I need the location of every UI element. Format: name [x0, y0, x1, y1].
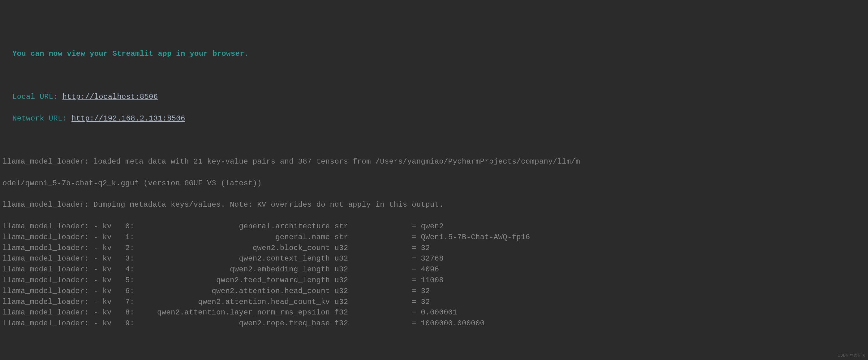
kv-entry: llama_model_loader: - kv 3: qwen2.contex… — [2, 253, 866, 264]
streamlit-banner: You can now view your Streamlit app in y… — [2, 49, 866, 59]
kv-entry: llama_model_loader: - kv 5: qwen2.feed_f… — [2, 275, 866, 286]
blank-line — [2, 70, 866, 81]
kv-entry: llama_model_loader: - kv 8: qwen2.attent… — [2, 307, 866, 318]
local-url-label: Local URL: — [2, 93, 62, 101]
local-url-link[interactable]: http://localhost:8506 — [62, 93, 158, 101]
blank-line — [2, 135, 866, 146]
log-dump-line: llama_model_loader: Dumping metadata key… — [2, 199, 866, 210]
network-url-line: Network URL: http://192.168.2.131:8506 — [2, 113, 866, 124]
network-url-link[interactable]: http://192.168.2.131:8506 — [71, 114, 185, 123]
log-meta-line2: odel/qwen1_5-7b-chat-q2_k.gguf (version … — [2, 178, 866, 189]
kv-entry: llama_model_loader: - kv 6: qwen2.attent… — [2, 286, 866, 297]
kv-entry: llama_model_loader: - kv 7: qwen2.attent… — [2, 297, 866, 308]
kv-entry: llama_model_loader: - kv 2: qwen2.block_… — [2, 243, 866, 254]
kv-list: llama_model_loader: - kv 0: general.arch… — [2, 221, 866, 329]
kv-entry: llama_model_loader: - kv 9: qwen2.rope.f… — [2, 318, 866, 329]
kv-entry: llama_model_loader: - kv 4: qwen2.embedd… — [2, 264, 866, 275]
log-meta-line: llama_model_loader: loaded meta data wit… — [2, 157, 866, 167]
kv-entry: llama_model_loader: - kv 0: general.arch… — [2, 221, 866, 232]
kv-entry: llama_model_loader: - kv 1: general.name… — [2, 232, 866, 243]
watermark: CSDN @猫哥说 — [838, 353, 865, 358]
local-url-line: Local URL: http://localhost:8506 — [2, 92, 866, 103]
network-url-label: Network URL: — [2, 114, 71, 123]
